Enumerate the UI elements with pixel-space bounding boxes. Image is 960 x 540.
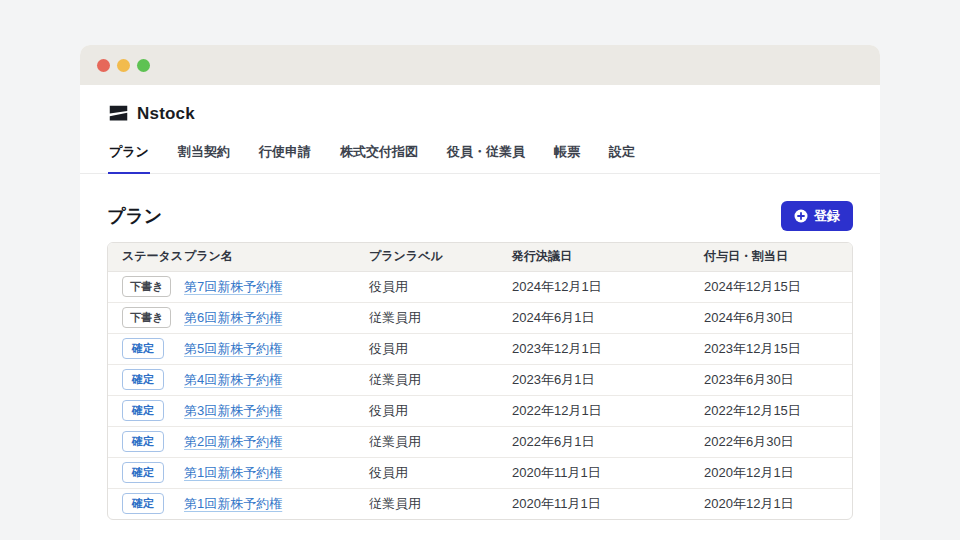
minimize-button[interactable] [117, 59, 130, 72]
main-content: プラン 登録 ステータス プラン名 プランラベル [80, 201, 880, 520]
nav-tab-officers-employees[interactable]: 役員・従業員 [446, 141, 526, 174]
brand: Nstock [80, 103, 880, 124]
brand-name: Nstock [137, 104, 195, 124]
plans-table: ステータス プラン名 プランラベル 発行決議日 付与日・割当日 下書き 第7回新… [108, 243, 852, 519]
grant-date-cell: 2024年6月30日 [704, 302, 852, 333]
status-badge: 下書き [122, 307, 171, 328]
plan-label-cell: 従業員用 [369, 488, 512, 519]
status-badge: 確定 [122, 493, 164, 514]
zoom-button[interactable] [137, 59, 150, 72]
column-header-grant-date: 付与日・割当日 [704, 243, 852, 271]
plan-name-link[interactable]: 第7回新株予約権 [184, 279, 282, 294]
page-title: プラン [107, 204, 162, 228]
plan-label-cell: 役員用 [369, 333, 512, 364]
plan-name-link[interactable]: 第3回新株予約権 [184, 403, 282, 418]
nav-tab-settings[interactable]: 設定 [608, 141, 636, 174]
title-row: プラン 登録 [107, 201, 853, 231]
window-titlebar [80, 45, 880, 85]
plan-label-cell: 従業員用 [369, 426, 512, 457]
grant-date-cell: 2023年12月15日 [704, 333, 852, 364]
status-badge: 確定 [122, 400, 164, 421]
status-badge: 確定 [122, 431, 164, 452]
grant-date-cell: 2020年12月1日 [704, 488, 852, 519]
plan-label-cell: 従業員用 [369, 364, 512, 395]
resolution-date-cell: 2022年6月1日 [512, 426, 704, 457]
table-row: 下書き 第6回新株予約権 従業員用 2024年6月1日 2024年6月30日 [108, 302, 852, 333]
nav-tab-share-delivery-instruction[interactable]: 株式交付指図 [339, 141, 419, 174]
status-badge: 確定 [122, 369, 164, 390]
plan-label-cell: 役員用 [369, 395, 512, 426]
register-button-label: 登録 [814, 207, 840, 225]
plan-name-link[interactable]: 第2回新株予約権 [184, 434, 282, 449]
table-row: 下書き 第7回新株予約権 役員用 2024年12月1日 2024年12月15日 [108, 271, 852, 302]
plan-name-link[interactable]: 第1回新株予約権 [184, 465, 282, 480]
browser-window: Nstock プラン 割当契約 行使申請 株式交付指図 役員・従業員 帳票 設定… [80, 45, 880, 540]
table-row: 確定 第3回新株予約権 役員用 2022年12月1日 2022年12月15日 [108, 395, 852, 426]
resolution-date-cell: 2024年12月1日 [512, 271, 704, 302]
nstock-logo-icon [108, 103, 129, 124]
grant-date-cell: 2023年6月30日 [704, 364, 852, 395]
grant-date-cell: 2024年12月15日 [704, 271, 852, 302]
resolution-date-cell: 2023年6月1日 [512, 364, 704, 395]
plan-name-link[interactable]: 第4回新株予約権 [184, 372, 282, 387]
resolution-date-cell: 2024年6月1日 [512, 302, 704, 333]
plan-name-link[interactable]: 第5回新株予約権 [184, 341, 282, 356]
column-header-plan-name: プラン名 [184, 243, 369, 271]
resolution-date-cell: 2020年11月1日 [512, 457, 704, 488]
grant-date-cell: 2020年12月1日 [704, 457, 852, 488]
table-row: 確定 第1回新株予約権 役員用 2020年11月1日 2020年12月1日 [108, 457, 852, 488]
nav-tab-allotment-contract[interactable]: 割当契約 [177, 141, 231, 174]
table-row: 確定 第4回新株予約権 従業員用 2023年6月1日 2023年6月30日 [108, 364, 852, 395]
nav-tab-plan[interactable]: プラン [108, 141, 150, 174]
table-header-row: ステータス プラン名 プランラベル 発行決議日 付与日・割当日 [108, 243, 852, 271]
nav-tab-forms[interactable]: 帳票 [553, 141, 581, 174]
close-button[interactable] [97, 59, 110, 72]
status-badge: 確定 [122, 338, 164, 359]
column-header-status: ステータス [108, 243, 184, 271]
table-row: 確定 第1回新株予約権 従業員用 2020年11月1日 2020年12月1日 [108, 488, 852, 519]
nav-tab-exercise-request[interactable]: 行使申請 [258, 141, 312, 174]
resolution-date-cell: 2022年12月1日 [512, 395, 704, 426]
grant-date-cell: 2022年6月30日 [704, 426, 852, 457]
app-header: Nstock プラン 割当契約 行使申請 株式交付指図 役員・従業員 帳票 設定 [80, 85, 880, 174]
grant-date-cell: 2022年12月15日 [704, 395, 852, 426]
table-row: 確定 第2回新株予約権 従業員用 2022年6月1日 2022年6月30日 [108, 426, 852, 457]
status-badge: 確定 [122, 462, 164, 483]
plan-label-cell: 従業員用 [369, 302, 512, 333]
plan-label-cell: 役員用 [369, 271, 512, 302]
resolution-date-cell: 2020年11月1日 [512, 488, 704, 519]
plan-name-link[interactable]: 第6回新株予約権 [184, 310, 282, 325]
table-row: 確定 第5回新株予約権 役員用 2023年12月1日 2023年12月15日 [108, 333, 852, 364]
register-button[interactable]: 登録 [781, 201, 853, 231]
plan-label-cell: 役員用 [369, 457, 512, 488]
resolution-date-cell: 2023年12月1日 [512, 333, 704, 364]
column-header-resolution-date: 発行決議日 [512, 243, 704, 271]
plans-table-card: ステータス プラン名 プランラベル 発行決議日 付与日・割当日 下書き 第7回新… [107, 242, 853, 520]
column-header-plan-label: プランラベル [369, 243, 512, 271]
plan-name-link[interactable]: 第1回新株予約権 [184, 496, 282, 511]
main-nav: プラン 割当契約 行使申請 株式交付指図 役員・従業員 帳票 設定 [80, 141, 880, 174]
plus-circle-icon [794, 209, 808, 223]
status-badge: 下書き [122, 276, 171, 297]
